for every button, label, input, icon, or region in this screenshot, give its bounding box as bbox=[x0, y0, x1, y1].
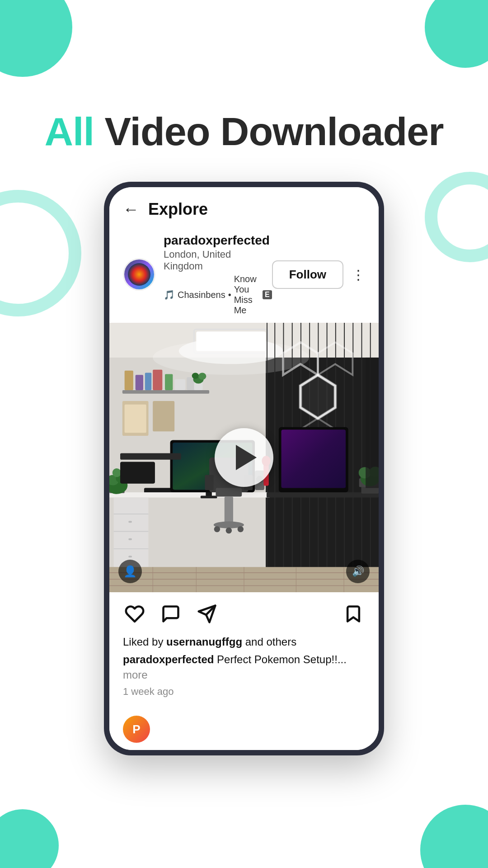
svg-rect-45 bbox=[128, 538, 132, 540]
share-icon bbox=[197, 604, 217, 624]
liked-by-user[interactable]: usernanugffgg bbox=[166, 636, 242, 648]
svg-rect-88 bbox=[366, 358, 379, 488]
caption-more[interactable]: more bbox=[123, 669, 148, 681]
svg-rect-44 bbox=[128, 521, 132, 523]
svg-rect-51 bbox=[201, 496, 217, 499]
explore-header: ← Explore bbox=[109, 187, 379, 226]
svg-point-36 bbox=[192, 373, 199, 379]
svg-rect-26 bbox=[122, 390, 209, 394]
location: London, United Kingdom bbox=[164, 249, 272, 272]
comment-button[interactable] bbox=[159, 602, 183, 626]
svg-rect-46 bbox=[128, 556, 132, 557]
next-avatar-initial: P bbox=[132, 722, 140, 736]
caption-text: Perfect Pokemon Setup!!... bbox=[214, 653, 346, 665]
music-note-icon: 🎵 bbox=[164, 289, 175, 300]
svg-point-60 bbox=[113, 468, 121, 477]
bookmark-button[interactable] bbox=[342, 602, 365, 626]
avatar-image bbox=[124, 259, 154, 289]
next-post-avatar[interactable]: P bbox=[123, 716, 150, 743]
phone-screen: ← Explore paradoxperfected London, Unite… bbox=[109, 187, 379, 750]
svg-rect-65 bbox=[225, 497, 233, 523]
video-avatar-button[interactable]: 👤 bbox=[118, 560, 142, 583]
liked-by: Liked by usernanugffgg and others bbox=[123, 636, 365, 648]
back-button[interactable]: ← bbox=[123, 200, 139, 219]
svg-point-67 bbox=[214, 526, 220, 532]
music-song: Know You Miss Me bbox=[234, 274, 260, 316]
post-info: Liked by usernanugffgg and others parado… bbox=[109, 636, 379, 708]
svg-rect-27 bbox=[125, 371, 133, 390]
svg-rect-73 bbox=[282, 429, 346, 488]
svg-rect-30 bbox=[153, 370, 162, 390]
svg-rect-32 bbox=[174, 379, 185, 390]
share-button[interactable] bbox=[195, 602, 219, 626]
play-icon bbox=[236, 445, 257, 470]
svg-rect-92 bbox=[120, 453, 181, 459]
liked-by-suffix: and others bbox=[242, 636, 296, 648]
timestamp: 1 week ago bbox=[123, 686, 365, 698]
svg-rect-31 bbox=[165, 374, 173, 390]
avatar[interactable] bbox=[123, 258, 155, 291]
volume-icon: 🔊 bbox=[352, 566, 364, 577]
post-header: paradoxperfected London, United Kingdom … bbox=[109, 226, 379, 323]
username[interactable]: paradoxperfected bbox=[164, 233, 272, 248]
svg-rect-62 bbox=[216, 488, 242, 496]
comment-icon bbox=[161, 604, 181, 624]
follow-button[interactable]: Follow bbox=[272, 260, 343, 289]
video-mute-button[interactable]: 🔊 bbox=[346, 560, 370, 583]
explicit-badge: E bbox=[263, 290, 272, 299]
svg-point-69 bbox=[226, 528, 232, 533]
svg-rect-28 bbox=[136, 375, 143, 390]
caption-username[interactable]: paradoxperfected bbox=[123, 653, 214, 665]
svg-rect-18 bbox=[361, 323, 362, 592]
play-button[interactable] bbox=[215, 428, 273, 487]
phone-wrapper: ← Explore paradoxperfected London, Unite… bbox=[0, 182, 488, 755]
avatar-face bbox=[128, 263, 150, 286]
next-post-hint: P bbox=[109, 708, 379, 750]
app-title: All Video Downloader bbox=[0, 108, 488, 155]
svg-rect-29 bbox=[145, 373, 151, 390]
caption: paradoxperfected Perfect Pokemon Setup!!… bbox=[123, 652, 365, 682]
svg-point-6 bbox=[153, 340, 309, 375]
more-options-button[interactable]: ⋮ bbox=[352, 267, 365, 283]
music-artist: Chasinbens bbox=[178, 290, 225, 300]
svg-rect-39 bbox=[109, 492, 270, 498]
action-bar bbox=[109, 592, 379, 636]
deco-circle-bottom-left bbox=[0, 809, 59, 868]
svg-rect-91 bbox=[125, 405, 146, 433]
bookmark-icon bbox=[343, 604, 363, 624]
hero-section: All Video Downloader bbox=[0, 0, 488, 182]
svg-rect-8 bbox=[274, 323, 275, 592]
phone-mockup: ← Explore paradoxperfected London, Unite… bbox=[104, 182, 384, 755]
deco-circle-bottom-right bbox=[420, 805, 488, 868]
svg-rect-90 bbox=[153, 401, 174, 431]
liked-by-prefix: Liked by bbox=[123, 636, 166, 648]
svg-point-68 bbox=[238, 526, 244, 532]
video-player[interactable]: 👤 🔊 bbox=[109, 323, 379, 592]
user-info: paradoxperfected London, United Kingdom … bbox=[164, 233, 272, 316]
video-avatar-icon: 👤 bbox=[123, 565, 137, 578]
music-separator: • bbox=[228, 290, 231, 300]
app-title-rest: Video Downloader bbox=[94, 109, 444, 154]
like-button[interactable] bbox=[123, 602, 146, 626]
music-info: 🎵 Chasinbens • Know You Miss Me E bbox=[164, 274, 272, 316]
svg-point-37 bbox=[198, 373, 206, 380]
heart-icon bbox=[125, 604, 145, 624]
svg-rect-93 bbox=[120, 462, 155, 484]
svg-rect-63 bbox=[205, 475, 213, 490]
page-title: Explore bbox=[148, 200, 208, 219]
app-title-highlight: All bbox=[45, 109, 94, 154]
